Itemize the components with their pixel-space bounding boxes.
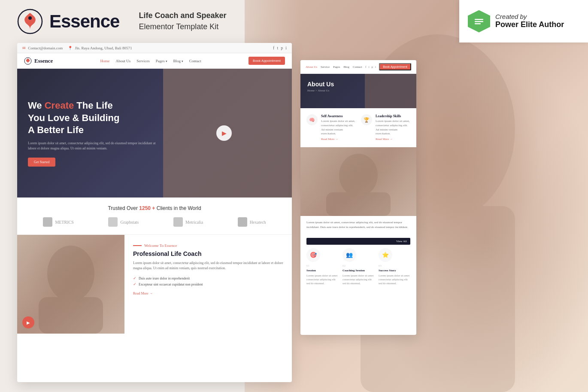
right-photo <box>300 147 416 216</box>
skill-readmore-2[interactable]: Read More → <box>376 137 410 141</box>
right-nav-links: About Us Service Pages Blog Contact <box>306 65 362 69</box>
skill-readmore-1[interactable]: Read More → <box>321 137 356 141</box>
service-num-3: 03 <box>379 264 410 267</box>
created-by-badge: Created by Power Elite Author <box>459 0 588 43</box>
right-about-desc: Lorem ipsum dolor sit amet, consectetur … <box>306 220 410 229</box>
social-pinterest: p <box>281 46 283 50</box>
hero-play-button[interactable]: ▶ <box>216 125 232 141</box>
nav-services[interactable]: Services <box>136 59 150 63</box>
website-navbar: Essence Home About Us Services Pages Blo… <box>17 53 292 69</box>
about-us-title: About Us <box>307 81 409 88</box>
checklist-item-1: ✓ Duis aute irure dolor in reprehenderit <box>133 275 283 281</box>
nav-about[interactable]: About Us <box>116 59 131 63</box>
hero-title: We Create The Life You Love & Building A… <box>28 100 157 137</box>
about-content: Welcome To Essence Professional Life Coa… <box>124 235 292 334</box>
about-readmore-link[interactable]: Read More → <box>133 292 283 295</box>
skill-desc-1: Lorem ipsum dolor sit amet, consectetur … <box>321 119 356 136</box>
skill-title-2: Leadership Skills <box>376 114 410 118</box>
svg-rect-6 <box>475 23 481 24</box>
right-social-f: f <box>365 65 366 69</box>
view-all-container: View All <box>306 238 410 245</box>
get-started-button[interactable]: Get Started <box>28 158 55 167</box>
checklist-item-2: ✓ Excepteur sint occaecat cupidatat non … <box>133 281 283 287</box>
right-nav-pages[interactable]: Pages <box>333 65 340 69</box>
service-item-3: ⭐ 03 Success Story Lorem ipsum dolor sit… <box>379 248 410 285</box>
about-tag: Welcome To Essence <box>133 243 283 248</box>
main-content: ✉ Contact@domain.com 📍 Jln. Raya Andong,… <box>17 43 571 383</box>
svg-rect-9 <box>39 297 103 334</box>
metrics-icon <box>43 217 52 227</box>
social-facebook: f <box>273 46 274 50</box>
about-play-button[interactable]: ▶ <box>22 316 34 328</box>
skills-section: 🧠 Self Awareness Lorem ipsum dolor sit a… <box>300 108 416 147</box>
right-navbar: About Us Service Pages Blog Contact f t … <box>300 60 416 74</box>
topbar-address: 📍 Jln. Raya Andong, Ubud, Bali 80571 <box>68 46 132 50</box>
badge-icon <box>468 10 490 33</box>
right-nav-blog[interactable]: Blog <box>343 65 349 69</box>
brand-logo-icon <box>17 9 43 34</box>
skill-content-1: Self Awareness Lorem ipsum dolor sit ame… <box>321 114 356 141</box>
right-social-p: p <box>371 65 373 69</box>
service-desc-2: Lorem ipsum dolor sit amet consectetur a… <box>342 273 374 285</box>
right-about-text: Lorem ipsum dolor sit amet, consectetur … <box>300 216 416 234</box>
badge-text: Created by Power Elite Author <box>495 13 564 30</box>
service-title-2: Coaching Session <box>342 269 374 272</box>
service-icon-2: 👥 <box>342 248 356 262</box>
logo-metricalia: Metricalia <box>173 217 203 227</box>
check-icon-1: ✓ <box>133 276 136 280</box>
about-heading: Professional Life Coach <box>133 250 283 257</box>
right-services-section: View All 🎯 01 Session Lorem ipsum dolor … <box>300 234 416 289</box>
nav-pages[interactable]: Pages <box>156 59 167 63</box>
book-appointment-button[interactable]: Book Appointment <box>249 57 285 65</box>
about-section: ▶ Welcome To Essence Professional Life C… <box>17 235 292 334</box>
social-instagram: i <box>285 46 287 50</box>
logo-metrics: METRICS <box>43 217 73 227</box>
location-icon: 📍 <box>68 46 73 50</box>
right-book-button[interactable]: Book Appointment <box>379 63 411 70</box>
view-all-button[interactable]: View All <box>306 238 410 245</box>
service-desc-3: Lorem ipsum dolor sit amet consectetur a… <box>379 273 410 285</box>
hero-content: We Create The Life You Love & Building A… <box>28 100 157 167</box>
service-icon-3: ⭐ <box>379 248 392 262</box>
nav-home[interactable]: Home <box>100 59 110 63</box>
right-nav-service[interactable]: Service <box>321 65 330 69</box>
right-about-image <box>300 147 416 216</box>
metricalia-icon <box>173 217 183 227</box>
skill-self-awareness: 🧠 Self Awareness Lorem ipsum dolor sit a… <box>306 114 356 141</box>
service-title-3: Success Story <box>379 269 410 272</box>
right-nav-about[interactable]: About Us <box>306 65 317 69</box>
logo-hexatech: Hexatech <box>238 217 266 227</box>
brand-area: Essence Life Coach and Speaker Elementor… <box>17 9 227 34</box>
skill-content-2: Leadership Skills Lorem ipsum dolor sit … <box>376 114 410 141</box>
about-checklist: ✓ Duis aute irure dolor in reprehenderit… <box>133 275 283 287</box>
skill-desc-2: Lorem ipsum dolor sit amet, consectetur … <box>376 119 410 136</box>
services-grid: 🎯 01 Session Lorem ipsum dolor sit amet … <box>306 248 410 285</box>
nav-blog[interactable]: Blog <box>173 59 183 63</box>
brand-name: Essence <box>49 11 119 32</box>
hero-section: We Create The Life You Love & Building A… <box>17 69 292 198</box>
right-social-t: t <box>368 65 369 69</box>
service-num-1: 01 <box>306 264 338 267</box>
skill-leadership: 🏆 Leadership Skills Lorem ipsum dolor si… <box>361 114 410 141</box>
svg-rect-11 <box>326 192 391 216</box>
self-awareness-icon: 🧠 <box>306 114 318 125</box>
nav-contact[interactable]: Contact <box>189 59 201 63</box>
skill-title-1: Self Awareness <box>321 114 356 118</box>
service-title-1: Session <box>306 269 338 272</box>
brand-subtitle: Life Coach and Speaker Elementor Templat… <box>139 10 226 32</box>
badge-lines-icon <box>473 15 485 27</box>
trusted-section: Trusted Over 1250 + Clients in the World… <box>17 198 292 235</box>
leadership-icon: 🏆 <box>361 114 372 125</box>
right-nav-contact[interactable]: Contact <box>353 65 362 69</box>
svg-point-10 <box>339 154 378 197</box>
svg-point-8 <box>47 246 94 301</box>
hero-description: Lorem ipsum dolor sit amet, consectetur … <box>28 141 157 151</box>
svg-point-3 <box>28 16 32 20</box>
topbar-social: f t p i <box>273 46 287 50</box>
about-tag-line <box>133 245 142 246</box>
badge-created-label: Created by <box>495 13 564 20</box>
navbar-logo: Essence <box>24 57 53 65</box>
service-item-1: 🎯 01 Session Lorem ipsum dolor sit amet … <box>306 248 338 285</box>
service-icon-1: 🎯 <box>306 248 320 262</box>
hexatech-icon <box>238 217 247 227</box>
